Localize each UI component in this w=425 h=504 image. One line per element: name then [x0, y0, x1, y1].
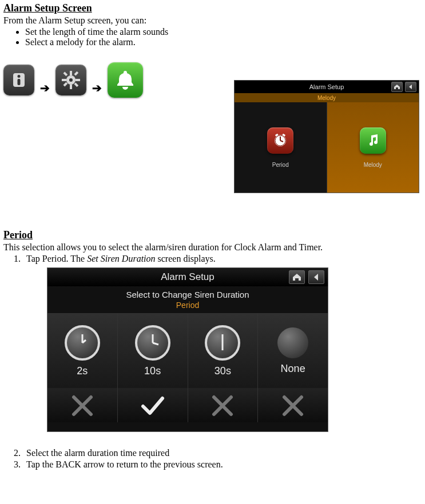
svg-point-4 — [69, 78, 73, 82]
period-label: Period — [272, 162, 289, 168]
music-icon — [360, 127, 386, 154]
list-item: Set the length of time the alarm sounds — [25, 27, 422, 37]
svg-rect-6 — [70, 85, 72, 89]
screenshot-subbar: Melody — [235, 93, 419, 102]
heading-period: Period — [3, 229, 422, 241]
svg-rect-10 — [74, 82, 78, 87]
none-icon — [277, 327, 308, 358]
back-icon — [405, 82, 416, 92]
screenshot2-subtitle: Select to Change Siren Duration — [47, 290, 328, 299]
alarm-setup-screenshot: Alarm Setup Melody Period — [234, 80, 419, 193]
clock-icon — [267, 127, 293, 154]
duration-label: 30s — [215, 365, 231, 377]
duration-label: 10s — [144, 365, 161, 377]
svg-rect-1 — [18, 75, 21, 78]
intro-text: From the Alarm Setup screen, you can: — [3, 15, 422, 26]
arrow-icon: ➔ — [90, 81, 104, 95]
duration-option-10s: 10s — [118, 314, 188, 422]
melody-panel: Melody — [327, 102, 419, 193]
capability-list: Set the length of time the alarm sounds … — [3, 27, 422, 47]
selected-icon — [118, 389, 188, 422]
step-text-italic: Set Siren Duration — [87, 254, 155, 263]
bell-icon — [108, 62, 143, 98]
heading-alarm-setup-screen: Alarm Setup Screen — [3, 2, 422, 14]
period-panel: Period — [235, 102, 327, 193]
step-text: Tap Period. The — [26, 254, 87, 263]
period-description: This selection allows you to select the … — [3, 242, 422, 253]
melody-label: Melody — [364, 162, 382, 168]
svg-rect-7 — [62, 79, 66, 81]
duration-label: None — [281, 363, 305, 375]
gear-icon — [55, 65, 86, 95]
back-icon — [308, 270, 324, 284]
screenshot2-titlebar: Alarm Setup — [47, 268, 328, 286]
clock-icon — [135, 325, 170, 361]
step-item: Tap Period. The Set Siren Duration scree… — [23, 254, 422, 447]
screenshot-titlebar: Alarm Setup — [235, 81, 419, 93]
unselected-icon — [47, 389, 117, 422]
svg-rect-2 — [18, 79, 21, 85]
list-item: Select a melody for the alarm. — [25, 37, 422, 47]
duration-option-2s: 2s — [47, 314, 118, 422]
duration-label: 2s — [77, 365, 88, 377]
svg-line-22 — [153, 343, 158, 345]
arrow-icon: ➔ — [38, 81, 52, 95]
duration-option-30s: 30s — [188, 314, 259, 422]
info-icon — [3, 65, 34, 95]
svg-rect-5 — [70, 71, 72, 75]
unselected-icon — [258, 389, 328, 422]
unselected-icon — [188, 389, 258, 422]
screenshot2-tab-label: Period — [47, 301, 328, 310]
clock-icon — [65, 325, 100, 361]
home-icon — [391, 82, 403, 92]
clock-icon — [205, 325, 240, 361]
duration-option-none: None — [258, 314, 328, 422]
svg-rect-8 — [76, 79, 80, 81]
svg-rect-9 — [63, 71, 67, 76]
steps-list: Tap Period. The Set Siren Duration scree… — [3, 254, 422, 470]
step-item: Tap the BACK arrow to return to the prev… — [23, 459, 422, 470]
svg-rect-11 — [74, 71, 78, 76]
period-screenshot: Alarm Setup Select to Change Siren Durat… — [47, 267, 328, 432]
screenshot-title: Alarm Setup — [309, 83, 344, 90]
step-text: screen displays. — [156, 254, 216, 263]
step-item: Select the alarm duration time required — [23, 448, 422, 458]
home-icon — [289, 270, 305, 284]
svg-rect-12 — [63, 82, 67, 87]
screenshot2-title: Alarm Setup — [161, 271, 215, 283]
